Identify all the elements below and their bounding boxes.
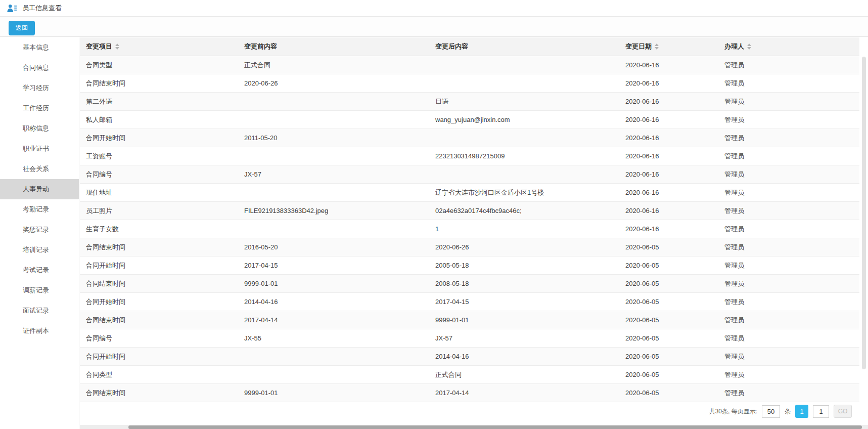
cell-change-item: 合同编号 <box>80 334 238 343</box>
cell-before-content: 9999-01-01 <box>238 389 429 397</box>
cell-change-item: 合同开始时间 <box>80 261 238 270</box>
table-row: 合同开始时间2014-04-162020-06-05管理员 <box>80 348 859 366</box>
sidebar-item-13[interactable]: 调薪记录 <box>0 280 79 301</box>
cell-before-content: 2014-04-16 <box>238 298 429 306</box>
sidebar-item-4[interactable]: 工作经历 <box>0 98 79 118</box>
cell-before-content: 2020-06-26 <box>238 79 429 87</box>
cell-before-content: 2017-04-14 <box>238 316 429 324</box>
cell-change-date: 2020-06-05 <box>619 353 718 360</box>
cell-after-content: 正式合同 <box>429 370 619 379</box>
sidebar-item-3[interactable]: 学习经历 <box>0 78 79 98</box>
cell-change-date: 2020-06-16 <box>619 225 718 233</box>
cell-change-item: 合同结束时间 <box>80 316 238 325</box>
sort-icon[interactable] <box>115 44 119 50</box>
cell-change-date: 2020-06-05 <box>619 316 718 324</box>
table-body: 合同类型正式合同2020-06-16管理员合同结束时间2020-06-26202… <box>80 56 859 402</box>
cell-change-date: 2020-06-05 <box>619 371 718 378</box>
cell-change-item: 私人邮箱 <box>80 115 238 124</box>
cell-before-content: 2011-05-20 <box>238 134 429 142</box>
cell-after-content: 辽宁省大连市沙河口区金盾小区1号楼 <box>429 188 619 197</box>
table-row: 员工照片FILE921913833363D42.jpeg02a4e632a017… <box>80 202 859 220</box>
cell-operator: 管理员 <box>718 389 859 398</box>
cell-after-content: 2014-04-16 <box>429 353 619 360</box>
sidebar-item-10[interactable]: 奖惩记录 <box>0 220 79 240</box>
cell-change-date: 2020-06-16 <box>619 98 718 105</box>
pagination-unit-label: 条 <box>785 407 791 416</box>
page-size-input[interactable] <box>762 405 780 418</box>
cell-change-item: 现住地址 <box>80 188 238 197</box>
cell-operator: 管理员 <box>718 352 859 361</box>
column-header-2: 变更前内容 <box>238 42 429 51</box>
cell-change-item: 合同类型 <box>80 61 238 70</box>
sidebar-item-14[interactable]: 面试记录 <box>0 301 79 321</box>
column-header-4[interactable]: 变更日期 <box>619 42 718 51</box>
goto-page-input[interactable] <box>813 405 829 418</box>
sort-icon[interactable] <box>655 44 659 50</box>
cell-change-item: 合同编号 <box>80 170 238 179</box>
cell-after-content: 日语 <box>429 97 619 106</box>
pagination-bar: 共30条, 每页显示: 条 1 GO <box>709 405 852 418</box>
cell-after-content: 9999-01-01 <box>429 316 619 324</box>
cell-operator: 管理员 <box>718 297 859 307</box>
column-header-5[interactable]: 办理人 <box>718 42 859 51</box>
cell-change-item: 合同结束时间 <box>80 243 238 252</box>
cell-operator: 管理员 <box>718 79 859 88</box>
cell-before-content: JX-55 <box>238 334 429 342</box>
cell-change-item: 合同结束时间 <box>80 389 238 398</box>
cell-before-content: JX-57 <box>238 170 429 178</box>
table-row: 合同编号JX-55JX-572020-06-05管理员 <box>80 329 859 348</box>
cell-change-item: 生育子女数 <box>80 225 238 234</box>
horizontal-scrollbar-thumb[interactable] <box>128 425 862 429</box>
table-row: 生育子女数12020-06-16管理员 <box>80 220 859 238</box>
cell-operator: 管理员 <box>718 115 859 124</box>
cell-operator: 管理员 <box>718 279 859 288</box>
table-row: 合同编号JX-572020-06-16管理员 <box>80 165 859 184</box>
column-header-1[interactable]: 变更项目 <box>80 42 238 51</box>
back-button[interactable]: 返回 <box>9 21 35 35</box>
cell-change-item: 合同开始时间 <box>80 297 238 307</box>
go-button[interactable]: GO <box>834 405 852 418</box>
cell-change-date: 2020-06-16 <box>619 134 718 142</box>
column-header-label: 变更后内容 <box>435 42 468 51</box>
cell-operator: 管理员 <box>718 170 859 179</box>
cell-after-content: 2017-04-14 <box>429 389 619 397</box>
cell-change-item: 合同开始时间 <box>80 352 238 361</box>
sort-icon[interactable] <box>747 44 751 50</box>
cell-change-date: 2020-06-16 <box>619 61 718 69</box>
sidebar-item-12[interactable]: 考试记录 <box>0 260 79 280</box>
sidebar-item-7[interactable]: 社会关系 <box>0 159 79 179</box>
column-header-label: 变更日期 <box>625 42 652 51</box>
toolbar: 返回 <box>0 17 868 37</box>
table-row: 合同开始时间2011-05-202020-06-16管理员 <box>80 129 859 147</box>
vertical-scrollbar-thumb[interactable] <box>862 57 866 369</box>
table-row: 私人邮箱wang_yujuan@jinxin.com2020-06-16管理员 <box>80 111 859 129</box>
sidebar-item-2[interactable]: 合同信息 <box>0 58 79 78</box>
table-row: 合同结束时间2016-05-202020-06-262020-06-05管理员 <box>80 238 859 256</box>
table-row: 合同开始时间2014-04-162017-04-152020-06-05管理员 <box>80 293 859 311</box>
column-header-label: 变更前内容 <box>244 42 277 51</box>
cell-after-content: 2017-04-15 <box>429 298 619 306</box>
sidebar-item-9[interactable]: 考勤记录 <box>0 199 79 220</box>
sidebar-item-1[interactable]: 基本信息 <box>0 37 79 58</box>
cell-operator: 管理员 <box>718 225 859 234</box>
cell-before-content: 正式合同 <box>238 61 429 70</box>
cell-after-content: 2005-05-18 <box>429 262 619 269</box>
cell-change-item: 第二外语 <box>80 97 238 106</box>
sidebar-item-6[interactable]: 职业证书 <box>0 139 79 159</box>
cell-change-date: 2020-06-16 <box>619 152 718 160</box>
column-header-label: 变更项目 <box>86 42 112 51</box>
cell-operator: 管理员 <box>718 188 859 197</box>
cell-operator: 管理员 <box>718 152 859 161</box>
cell-after-content: 02a4e632a0174c4fbc9ac46c; <box>429 207 619 214</box>
sidebar-item-5[interactable]: 职称信息 <box>0 118 79 139</box>
cell-after-content: JX-57 <box>429 334 619 342</box>
cell-after-content: 1 <box>429 225 619 233</box>
sidebar-item-11[interactable]: 培训记录 <box>0 240 79 260</box>
current-page-button[interactable]: 1 <box>795 405 808 418</box>
sidebar-item-15[interactable]: 证件副本 <box>0 321 79 341</box>
table-row: 第二外语日语2020-06-16管理员 <box>80 93 859 111</box>
cell-change-item: 员工照片 <box>80 206 238 216</box>
cell-change-date: 2020-06-16 <box>619 79 718 87</box>
sidebar-item-8[interactable]: 人事异动 <box>0 179 79 199</box>
cell-operator: 管理员 <box>718 243 859 252</box>
